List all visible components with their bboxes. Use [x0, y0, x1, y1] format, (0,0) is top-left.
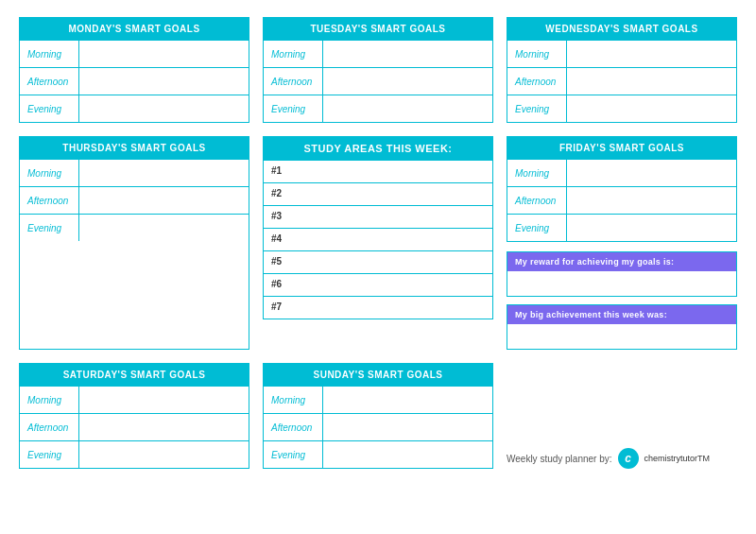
friday-morning-input[interactable]	[566, 160, 736, 186]
friday-evening-input[interactable]	[566, 215, 736, 241]
reward-header: My reward for achieving my goals is:	[507, 252, 736, 271]
logo-text: chemistrytutorTM	[644, 454, 711, 463]
wednesday-afternoon-label: Afternoon	[507, 68, 566, 95]
friday-morning-label: Morning	[507, 160, 566, 186]
sunday-card: SUNDAY'S SMART GOALS Morning Afternoon E…	[263, 363, 493, 469]
sunday-afternoon-label: Afternoon	[264, 414, 322, 440]
achievement-box: My big achievement this week was:	[507, 304, 737, 350]
thursday-afternoon-row: Afternoon	[20, 186, 249, 214]
reward-section: My reward for achieving my goals is: My …	[507, 251, 737, 350]
saturday-morning-row: Morning	[20, 386, 249, 413]
monday-rows: Morning Afternoon Evening	[20, 40, 249, 122]
study-item-4[interactable]: #4	[264, 228, 492, 250]
study-item-3[interactable]: #3	[264, 205, 492, 228]
wednesday-evening-input[interactable]	[566, 95, 736, 122]
tuesday-evening-row: Evening	[264, 95, 492, 122]
wednesday-afternoon-input[interactable]	[566, 68, 736, 95]
sunday-evening-label: Evening	[264, 441, 322, 468]
study-item-5[interactable]: #5	[264, 250, 492, 273]
footer-label: Weekly study planner by:	[507, 454, 612, 464]
thursday-afternoon-label: Afternoon	[20, 187, 78, 214]
friday-card: FRIDAY'S SMART GOALS Morning Afternoon E…	[507, 136, 737, 242]
monday-card: MONDAY'S SMART GOALS Morning Afternoon E…	[19, 17, 249, 123]
tuesday-afternoon-input[interactable]	[322, 68, 492, 95]
footer: Weekly study planner by: c chemistrytuto…	[507, 448, 710, 469]
tuesday-card: TUESDAY'S SMART GOALS Morning Afternoon …	[263, 17, 493, 123]
saturday-afternoon-label: Afternoon	[20, 414, 78, 440]
achievement-header: My big achievement this week was:	[507, 305, 736, 324]
friday-rows: Morning Afternoon Evening	[507, 159, 736, 241]
footer-col: Weekly study planner by: c chemistrytuto…	[507, 363, 737, 469]
saturday-evening-row: Evening	[20, 440, 249, 468]
thursday-evening-row: Evening	[20, 214, 249, 241]
sunday-afternoon-row: Afternoon	[264, 413, 492, 440]
tuesday-header: TUESDAY'S SMART GOALS	[264, 18, 492, 40]
thursday-evening-label: Evening	[20, 215, 78, 241]
wednesday-morning-row: Morning	[507, 40, 736, 67]
saturday-morning-input[interactable]	[78, 387, 249, 413]
saturday-morning-label: Morning	[20, 387, 78, 413]
friday-evening-label: Evening	[507, 215, 566, 241]
sunday-header: SUNDAY'S SMART GOALS	[264, 364, 492, 386]
tuesday-morning-row: Morning	[264, 40, 492, 67]
sunday-morning-row: Morning	[264, 386, 492, 413]
thursday-header: THURSDAY'S SMART GOALS	[20, 137, 249, 159]
tuesday-morning-input[interactable]	[322, 41, 492, 67]
thursday-morning-row: Morning	[20, 159, 249, 186]
friday-reward-col: FRIDAY'S SMART GOALS Morning Afternoon E…	[507, 136, 737, 350]
wednesday-morning-input[interactable]	[566, 41, 736, 67]
monday-morning-label: Morning	[20, 41, 78, 67]
tuesday-rows: Morning Afternoon Evening	[264, 40, 492, 122]
thursday-rows: Morning Afternoon Evening	[20, 159, 249, 241]
friday-afternoon-row: Afternoon	[507, 186, 736, 214]
sunday-morning-label: Morning	[264, 387, 322, 413]
saturday-afternoon-input[interactable]	[78, 414, 249, 440]
study-item-2[interactable]: #2	[264, 182, 492, 205]
saturday-rows: Morning Afternoon Evening	[20, 386, 249, 468]
friday-evening-row: Evening	[507, 214, 736, 241]
monday-evening-row: Evening	[20, 95, 249, 122]
study-areas-header: STUDY AREAS THIS WEEK:	[264, 137, 492, 160]
sunday-evening-input[interactable]	[322, 441, 492, 468]
monday-morning-row: Morning	[20, 40, 249, 67]
thursday-card: THURSDAY'S SMART GOALS Morning Afternoon…	[19, 136, 249, 350]
thursday-afternoon-input[interactable]	[78, 187, 249, 214]
wednesday-header: WEDNESDAY'S SMART GOALS	[507, 18, 736, 40]
tuesday-afternoon-label: Afternoon	[264, 68, 322, 95]
wednesday-morning-label: Morning	[507, 41, 566, 67]
monday-evening-label: Evening	[20, 95, 78, 122]
saturday-afternoon-row: Afternoon	[20, 413, 249, 440]
friday-header: FRIDAY'S SMART GOALS	[507, 137, 736, 159]
sunday-evening-row: Evening	[264, 440, 492, 468]
reward-input[interactable]	[507, 271, 736, 296]
wednesday-rows: Morning Afternoon Evening	[507, 40, 736, 122]
monday-afternoon-input[interactable]	[78, 68, 249, 95]
achievement-input[interactable]	[507, 324, 736, 349]
monday-header: MONDAY'S SMART GOALS	[20, 18, 249, 40]
tuesday-evening-label: Evening	[264, 95, 322, 122]
sunday-afternoon-input[interactable]	[322, 414, 492, 440]
wednesday-evening-label: Evening	[507, 95, 566, 122]
logo-icon: c	[618, 448, 639, 469]
reward-box: My reward for achieving my goals is:	[507, 251, 737, 297]
saturday-evening-input[interactable]	[78, 441, 249, 468]
tuesday-evening-input[interactable]	[322, 95, 492, 122]
thursday-evening-input[interactable]	[78, 215, 249, 241]
wednesday-afternoon-row: Afternoon	[507, 67, 736, 95]
tuesday-afternoon-row: Afternoon	[264, 67, 492, 95]
wednesday-card: WEDNESDAY'S SMART GOALS Morning Afternoo…	[507, 17, 737, 123]
monday-morning-input[interactable]	[78, 41, 249, 67]
study-item-1[interactable]: #1	[264, 160, 492, 182]
friday-afternoon-input[interactable]	[566, 187, 736, 214]
wednesday-evening-row: Evening	[507, 95, 736, 122]
study-item-7[interactable]: #7	[264, 296, 492, 319]
friday-morning-row: Morning	[507, 159, 736, 186]
study-item-6[interactable]: #6	[264, 273, 492, 296]
sunday-rows: Morning Afternoon Evening	[264, 386, 492, 468]
tuesday-morning-label: Morning	[264, 41, 322, 67]
monday-evening-input[interactable]	[78, 95, 249, 122]
sunday-morning-input[interactable]	[322, 387, 492, 413]
monday-afternoon-label: Afternoon	[20, 68, 78, 95]
monday-afternoon-row: Afternoon	[20, 67, 249, 95]
thursday-morning-input[interactable]	[78, 160, 249, 186]
